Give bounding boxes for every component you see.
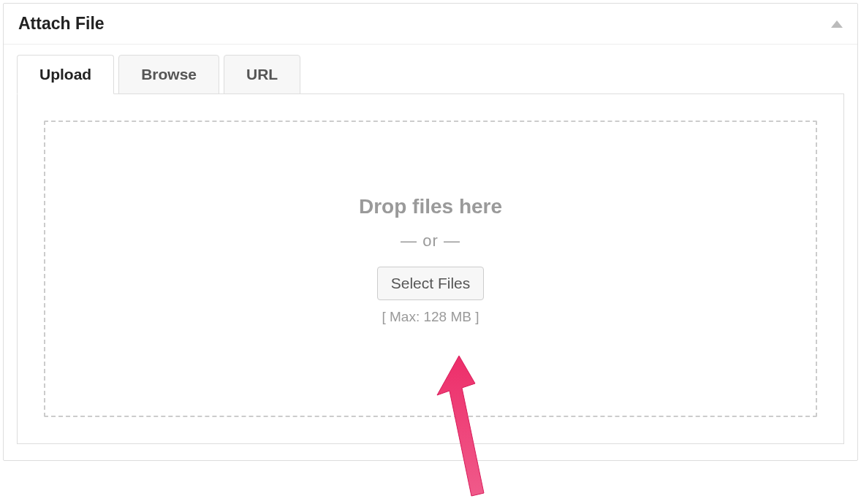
tabs-list: Upload Browse URL: [17, 55, 844, 94]
drop-files-text: Drop files here: [359, 195, 502, 218]
collapse-up-icon[interactable]: [831, 20, 843, 28]
panel-body: Upload Browse URL Drop files here — or —…: [4, 45, 857, 460]
max-size-text: [ Max: 128 MB ]: [382, 309, 479, 325]
tab-browse[interactable]: Browse: [118, 55, 219, 94]
tab-url[interactable]: URL: [224, 55, 300, 94]
or-divider-text: — or —: [401, 232, 460, 251]
tab-content-upload: Drop files here — or — Select Files [ Ma…: [17, 93, 844, 444]
panel-title: Attach File: [18, 14, 105, 34]
select-files-button[interactable]: Select Files: [377, 267, 485, 300]
attach-file-panel: Attach File Upload Browse URL Drop files…: [3, 3, 858, 461]
panel-header[interactable]: Attach File: [4, 4, 857, 45]
tab-upload[interactable]: Upload: [17, 55, 114, 94]
file-dropzone[interactable]: Drop files here — or — Select Files [ Ma…: [44, 121, 817, 417]
